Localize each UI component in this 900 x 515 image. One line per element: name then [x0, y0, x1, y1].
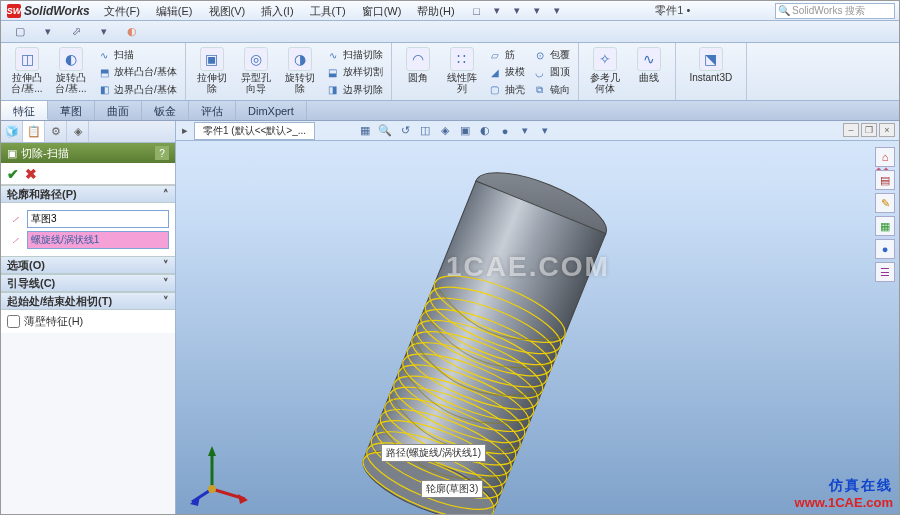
chevron-down-icon: ˅: [163, 295, 169, 308]
btn-sweep-boss[interactable]: ∿扫描: [95, 47, 179, 63]
btn-loft-boss[interactable]: ⬒放样凸台/基体: [95, 64, 179, 80]
btn-boundary-cut[interactable]: ◨边界切除: [324, 82, 385, 98]
btn-mirror[interactable]: ⧉镜向: [531, 82, 572, 98]
revolve-cut-icon: ◑: [288, 47, 312, 71]
btn-instant3d[interactable]: ⬔Instant3D: [682, 45, 740, 98]
btn-dome[interactable]: ◡圆顶: [531, 64, 572, 80]
menu-view[interactable]: 视图(V): [201, 1, 254, 21]
btn-curves[interactable]: ∿曲线: [629, 45, 669, 98]
curves-icon: ∿: [637, 47, 661, 71]
taskpane-design-library-icon[interactable]: ▤: [875, 170, 895, 190]
btn-sweep-cut[interactable]: ∿扫描切除: [324, 47, 385, 63]
callout-profile[interactable]: 轮廓(草图3): [421, 480, 483, 498]
taskpane-custom-props-icon[interactable]: ☰: [875, 262, 895, 282]
pm-section-startend[interactable]: 起始处/结束处相切(T) ˅: [1, 292, 175, 310]
btn-fillet[interactable]: ◠圆角: [398, 45, 438, 98]
vt-section-icon[interactable]: ◫: [417, 123, 433, 139]
pm-tab-property[interactable]: 📋: [23, 121, 45, 142]
vt-display-style-icon[interactable]: ▣: [457, 123, 473, 139]
pm-tab-config[interactable]: ⚙: [45, 121, 67, 142]
btn-draft[interactable]: ◢拔模: [486, 64, 527, 80]
rtab-surface[interactable]: 曲面: [95, 101, 142, 120]
btn-rib[interactable]: ▱筋: [486, 47, 527, 63]
vt-appearance-icon[interactable]: ●: [497, 123, 513, 139]
qat-print-icon[interactable]: ▾: [529, 3, 545, 19]
menu-insert[interactable]: 插入(I): [253, 1, 301, 21]
qat-more-icon[interactable]: ▾: [549, 3, 565, 19]
ref-geom-icon: ✧: [593, 47, 617, 71]
document-tab[interactable]: 零件1 (默认<<默认>_...: [194, 122, 315, 140]
wrap-icon: ⊙: [533, 48, 547, 62]
btn-reference-geometry[interactable]: ✧参考几 何体: [585, 45, 625, 98]
main-area: 🧊 📋 ⚙ ◈ ▣ 切除-扫描 ? ✔ ✖ 轮廓和路径(P) ˄ ⟋: [1, 121, 899, 514]
menu-edit[interactable]: 编辑(E): [148, 1, 201, 21]
pm-section-options[interactable]: 选项(O) ˅: [1, 256, 175, 274]
rtab-features[interactable]: 特征: [1, 101, 48, 120]
taskpane-file-explorer-icon[interactable]: ✎: [875, 193, 895, 213]
btn-loft-cut[interactable]: ⬓放样切割: [324, 64, 385, 80]
vt-scene-icon[interactable]: ▾: [517, 123, 533, 139]
vt-hide-show-icon[interactable]: ◐: [477, 123, 493, 139]
tree-collapse-icon[interactable]: ▸: [182, 124, 188, 137]
rtab-sketch[interactable]: 草图: [48, 101, 95, 120]
mirror-icon: ⧉: [533, 83, 547, 97]
qat-open-icon[interactable]: ▾: [489, 3, 505, 19]
sweep-icon: ∿: [97, 48, 111, 62]
path-selector-icon[interactable]: ⟋: [7, 232, 23, 248]
pm-tab-tree[interactable]: 🧊: [1, 121, 23, 142]
viewport-header: ▸ 零件1 (默认<<默认>_... ▦ 🔍 ↺ ◫ ◈ ▣ ◐ ● ▾ ▾ –…: [176, 121, 899, 141]
vt-prev-view-icon[interactable]: ↺: [397, 123, 413, 139]
rtab-sheetmetal[interactable]: 钣金: [142, 101, 189, 120]
taskpane-appearances-icon[interactable]: ●: [875, 239, 895, 259]
vt-view-orient-icon[interactable]: ◈: [437, 123, 453, 139]
btn-wrap[interactable]: ⊙包覆: [531, 47, 572, 63]
vt-view-settings-icon[interactable]: ▾: [537, 123, 553, 139]
pm-section-guide[interactable]: 引导线(C) ˅: [1, 274, 175, 292]
qat-new-icon[interactable]: □: [469, 3, 485, 19]
tb-icon-1[interactable]: ▢: [9, 23, 31, 41]
thinwall-checkbox[interactable]: [7, 315, 20, 328]
pm-section-profile-path[interactable]: 轮廓和路径(P) ˄: [1, 185, 175, 203]
qat-save-icon[interactable]: ▾: [509, 3, 525, 19]
menu-help[interactable]: 帮助(H): [409, 1, 462, 21]
callout-path[interactable]: 路径(螺旋线/涡状线1): [381, 444, 486, 462]
btn-hole-wizard[interactable]: ◎异型孔 向导: [236, 45, 276, 98]
btn-boundary-boss[interactable]: ◧边界凸台/基体: [95, 82, 179, 98]
menu-window[interactable]: 窗口(W): [354, 1, 410, 21]
loft-cut-icon: ⬓: [326, 65, 340, 79]
taskpane-resources-icon[interactable]: ⌂: [875, 147, 895, 167]
btn-linear-pattern[interactable]: ∷线性阵 列: [442, 45, 482, 98]
profile-field[interactable]: [27, 210, 169, 228]
child-close-icon[interactable]: ×: [879, 123, 895, 137]
btn-extrude-boss[interactable]: ◫拉伸凸 台/基...: [7, 45, 47, 98]
view-triad[interactable]: [190, 444, 250, 504]
taskpane-view-palette-icon[interactable]: ▦: [875, 216, 895, 236]
btn-revolve-cut[interactable]: ◑旋转切 除: [280, 45, 320, 98]
vt-zoom-area-icon[interactable]: 🔍: [377, 123, 393, 139]
graphics-viewport[interactable]: ▸ 零件1 (默认<<默认>_... ▦ 🔍 ↺ ◫ ◈ ▣ ◐ ● ▾ ▾ –…: [176, 121, 899, 514]
btn-revolve-boss[interactable]: ◐旋转凸 台/基...: [51, 45, 91, 98]
tb-rebuild-icon[interactable]: ◐: [121, 23, 143, 41]
tb-cursor-icon[interactable]: ⬀: [65, 23, 87, 41]
path-field[interactable]: [27, 231, 169, 249]
menu-tools[interactable]: 工具(T): [302, 1, 354, 21]
child-minimize-icon[interactable]: –: [843, 123, 859, 137]
rtab-evaluate[interactable]: 评估: [189, 101, 236, 120]
pm-ok-button[interactable]: ✔: [7, 166, 19, 182]
vt-zoom-fit-icon[interactable]: ▦: [357, 123, 373, 139]
rtab-dimxpert[interactable]: DimXpert: [236, 101, 307, 120]
tb-dropdown-1[interactable]: ▾: [37, 23, 59, 41]
pm-profile-body: ⟋ ⟋: [1, 203, 175, 256]
search-box[interactable]: 🔍 SolidWorks 搜索: [775, 3, 895, 19]
cut-sweep-icon: ▣: [7, 147, 17, 160]
btn-extrude-cut[interactable]: ▣拉伸切 除: [192, 45, 232, 98]
btn-shell[interactable]: ▢抽壳: [486, 82, 527, 98]
menu-file[interactable]: 文件(F): [96, 1, 148, 21]
watermark: 1CAE.COM: [446, 251, 610, 283]
pm-help-icon[interactable]: ?: [155, 146, 169, 160]
child-restore-icon[interactable]: ❐: [861, 123, 877, 137]
profile-selector-icon[interactable]: ⟋: [7, 211, 23, 227]
pm-tab-display[interactable]: ◈: [67, 121, 89, 142]
tb-dropdown-2[interactable]: ▾: [93, 23, 115, 41]
pm-cancel-button[interactable]: ✖: [25, 166, 37, 182]
